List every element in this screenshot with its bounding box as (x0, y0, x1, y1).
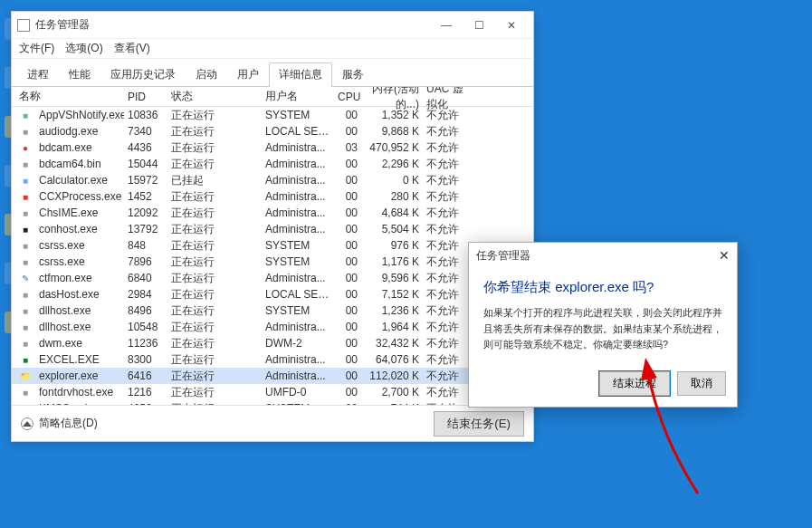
cell-cpu: 03 (334, 141, 361, 154)
cell-user: Administra... (262, 141, 334, 154)
cell-memory: 1,236 K (361, 304, 423, 317)
col-pid[interactable]: PID (124, 89, 167, 105)
table-row[interactable]: ■AppVShNotify.exe10836正在运行SYSTEM001,352 … (12, 107, 533, 123)
table-row[interactable]: ■audiodg.exe7340正在运行LOCAL SER...009,868 … (12, 123, 533, 139)
cell-name: ■dwm.exe (15, 337, 124, 350)
table-row[interactable]: ●bdcam.exe4436正在运行Administra...03470,952… (12, 139, 533, 156)
titlebar[interactable]: 任务管理器 — ☐ ✕ (12, 12, 533, 39)
table-row[interactable]: ■csrss.exe848正在运行SYSTEM00976 K不允许 (12, 237, 533, 254)
dialog-footer: 结束进程 取消 (469, 364, 737, 407)
tab-2[interactable]: 应用历史记录 (100, 62, 186, 86)
table-row[interactable]: ■EXCEL.EXE8300正在运行Administra...0064,076 … (12, 351, 533, 368)
col-user[interactable]: 用户名 (262, 87, 334, 106)
cell-user: Administra... (262, 223, 334, 235)
tab-0[interactable]: 进程 (17, 62, 59, 86)
menu-options[interactable]: 选项(O) (65, 41, 102, 56)
table-row[interactable]: ■conhost.exe13792正在运行Administra...005,50… (12, 221, 533, 237)
minimize-button[interactable]: — (430, 14, 463, 37)
process-name: Calculator.exe (39, 174, 108, 187)
cell-name: ■AppVShNotify.exe (15, 109, 124, 121)
cell-pid: 7340 (124, 125, 167, 138)
cell-pid: 6840 (124, 272, 167, 284)
end-process-button[interactable]: 结束进程 (599, 371, 670, 396)
cell-cpu: 00 (334, 288, 361, 301)
cell-pid: 1452 (124, 190, 167, 203)
cell-status: 正在运行 (167, 157, 262, 172)
table-row[interactable]: ■dllhost.exe10548正在运行Administra...001,96… (12, 319, 533, 335)
cell-memory: 9,868 K (361, 125, 423, 138)
tab-strip: 进程性能应用历史记录启动用户详细信息服务 (12, 59, 533, 87)
cell-name: ■dllhost.exe (15, 304, 124, 317)
close-button[interactable]: ✕ (495, 14, 528, 37)
process-icon: ■ (19, 304, 32, 317)
cell-status: 已挂起 (167, 173, 262, 188)
cell-pid: 1216 (124, 386, 167, 398)
table-body[interactable]: ■AppVShNotify.exe10836正在运行SYSTEM001,352 … (12, 107, 533, 405)
process-name: csrss.exe (39, 239, 85, 252)
cell-name: ●bdcam.exe (15, 141, 124, 154)
cell-status: 正在运行 (167, 369, 262, 384)
process-name: csrss.exe (39, 255, 85, 268)
cell-uac: 不允许 (423, 189, 477, 205)
process-icon: ■ (19, 337, 32, 350)
tab-1[interactable]: 性能 (59, 62, 100, 86)
tab-4[interactable]: 用户 (227, 62, 269, 86)
process-table: 名称 PID 状态 用户名 CPU 内存(活动的...) UAC 虚拟化 ■Ap… (12, 87, 533, 405)
process-name: dllhost.exe (39, 304, 91, 317)
process-icon: ■ (19, 174, 32, 187)
cell-memory: 32,432 K (361, 337, 423, 350)
col-cpu[interactable]: CPU (334, 89, 361, 105)
table-row[interactable]: ■Calculator.exe15972已挂起Administra...000 … (12, 172, 533, 188)
cell-cpu: 00 (334, 239, 361, 252)
task-manager-icon (17, 19, 30, 32)
close-icon[interactable]: ✕ (719, 248, 730, 263)
cancel-button[interactable]: 取消 (677, 371, 726, 396)
cell-status: 正在运行 (167, 189, 262, 205)
table-row[interactable]: 📁explorer.exe6416正在运行Administra...00112,… (12, 368, 533, 384)
fewer-details-label: 简略信息(D) (39, 416, 98, 431)
col-status[interactable]: 状态 (167, 87, 262, 106)
cell-uac: 不允许 (423, 140, 477, 156)
table-row[interactable]: ■dwm.exe11236正在运行DWM-20032,432 K不允许 (12, 335, 533, 351)
menu-file[interactable]: 文件(F) (19, 41, 54, 56)
fewer-details[interactable]: 简略信息(D) (21, 416, 98, 431)
cell-status: 正在运行 (167, 140, 262, 156)
dialog-message: 如果某个打开的程序与此进程关联，则会关闭此程序并且将丢失所有未保存的数据。如果结… (483, 305, 722, 353)
footer-bar: 简略信息(D) 结束任务(E) (12, 405, 533, 441)
process-icon: ■ (19, 125, 32, 138)
maximize-button[interactable]: ☐ (463, 14, 495, 37)
process-name: CCXProcess.exe (39, 190, 121, 203)
cell-pid: 12092 (124, 206, 167, 219)
table-row[interactable]: ■dllhost.exe8496正在运行SYSTEM001,236 K不允许 (12, 302, 533, 319)
process-icon: ■ (19, 109, 32, 121)
cell-cpu: 00 (334, 386, 361, 398)
cell-uac: 不允许 (423, 206, 477, 221)
col-name[interactable]: 名称 (15, 87, 124, 106)
tab-6[interactable]: 服务 (332, 62, 374, 86)
process-icon: ■ (19, 255, 32, 268)
cell-status: 正在运行 (167, 222, 262, 237)
menu-view[interactable]: 查看(V) (114, 41, 150, 56)
cell-memory: 280 K (361, 190, 423, 203)
cell-memory: 9,596 K (361, 272, 423, 284)
end-task-button[interactable]: 结束任务(E) (434, 411, 524, 437)
cell-name: ■dllhost.exe (15, 321, 124, 333)
tab-5[interactable]: 详细信息 (269, 62, 332, 87)
table-row[interactable]: ✎ctfmon.exe6840正在运行Administra...009,596 … (12, 270, 533, 286)
cell-name: ■fontdrvhost.exe (15, 386, 124, 398)
process-name: bdcam.exe (39, 141, 92, 154)
dialog-titlebar[interactable]: 任务管理器 ✕ (469, 243, 737, 268)
cell-user: Administra... (262, 190, 334, 203)
dialog-title: 任务管理器 (476, 248, 530, 264)
table-row[interactable]: ■ChsIME.exe12092正在运行Administra...004,684… (12, 205, 533, 221)
table-row[interactable]: ■csrss.exe7896正在运行SYSTEM001,176 K不允许 (12, 254, 533, 270)
table-row[interactable]: ■bdcam64.bin15044正在运行Administra...002,29… (12, 156, 533, 172)
cell-pid: 4436 (124, 141, 167, 154)
process-name: dllhost.exe (39, 321, 91, 333)
tab-3[interactable]: 启动 (186, 62, 227, 86)
table-row[interactable]: ■fontdrvhost.exe1216正在运行UMFD-0002,700 K不… (12, 384, 533, 400)
table-row[interactable]: ■dasHost.exe2984正在运行LOCAL SER...007,152 … (12, 286, 533, 302)
table-row[interactable]: ■CCXProcess.exe1452正在运行Administra...0028… (12, 188, 533, 205)
cell-name: ■conhost.exe (15, 223, 124, 235)
cell-name: ■bdcam64.bin (15, 158, 124, 170)
